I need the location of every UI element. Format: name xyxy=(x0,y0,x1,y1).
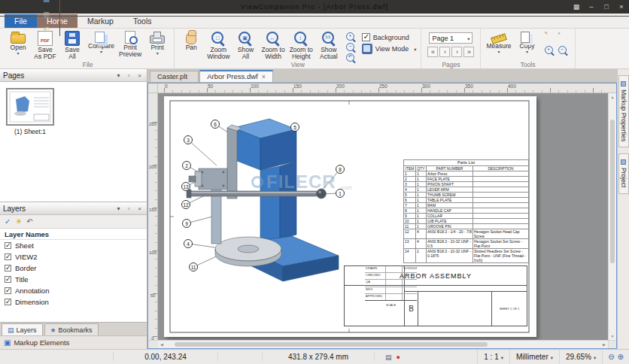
zoom-to-height-button[interactable]: Zoom to Height xyxy=(287,30,315,61)
tab-tools[interactable]: Tools xyxy=(123,14,162,28)
panel-menu-icon[interactable]: ▾ xyxy=(114,72,123,79)
scroll-up-icon[interactable] xyxy=(609,93,616,101)
compare-button[interactable]: Compare ▾ xyxy=(86,30,117,54)
sidebar-tab-label: Layers xyxy=(17,326,37,334)
ruler-label: 0 xyxy=(148,336,157,364)
pan-button[interactable]: Pan xyxy=(178,30,205,51)
zoom-to-width-button[interactable]: Zoom to Width xyxy=(259,30,287,61)
document-status-icon[interactable]: ▤ xyxy=(385,353,392,361)
markup-elements-bar[interactable]: ▣ Markup Elements xyxy=(0,335,147,349)
pin-icon[interactable]: ▫ xyxy=(125,72,133,79)
right-panel-tabs: Markup Properties Project xyxy=(617,69,629,349)
scroll-right-icon[interactable] xyxy=(600,341,608,348)
print-button[interactable]: Print ▾ xyxy=(144,30,171,56)
layers-tab[interactable]: ▤ Layers xyxy=(2,323,43,335)
last-page-button[interactable]: » xyxy=(463,47,474,57)
save-all-button[interactable]: Save All xyxy=(59,30,86,61)
panel-close-icon[interactable]: × xyxy=(135,72,144,79)
parts-list-row: 8 1 HANDLE CAP xyxy=(404,208,529,213)
markup-properties-tab[interactable]: Markup Properties xyxy=(618,75,629,147)
doc-tab-caster[interactable]: Caster.plt xyxy=(150,71,199,82)
open-button[interactable]: Open ▾ xyxy=(5,30,32,56)
layer-checkbox[interactable] xyxy=(5,299,11,305)
next-page-button[interactable]: › xyxy=(451,47,462,57)
layer-checkbox[interactable] xyxy=(5,276,11,283)
layer-name: Title xyxy=(15,275,29,284)
doc-tab-arbor-press[interactable]: Arbor Press.dwf × xyxy=(199,70,273,82)
panel-menu-icon[interactable]: ▾ xyxy=(114,205,123,212)
tools-zoom-out-button[interactable] xyxy=(557,45,569,55)
layer-row[interactable]: Title xyxy=(0,274,147,285)
page-select[interactable]: Page 1 xyxy=(429,32,473,44)
measure-button[interactable]: Measure ▾ xyxy=(484,30,513,54)
page-thumbnail[interactable] xyxy=(6,88,54,126)
zoom-out-button[interactable] xyxy=(345,42,357,52)
vertical-scrollbar[interactable] xyxy=(608,93,616,340)
layer-visibility-icon[interactable]: ☀ xyxy=(15,218,22,226)
parts-list-row: 6 1 TABLE PLATE xyxy=(404,197,529,202)
background-checkbox[interactable]: Background xyxy=(362,33,417,41)
magnifier-plus-icon xyxy=(345,32,356,42)
show-all-button[interactable]: Show All xyxy=(232,30,259,61)
copy-button[interactable]: Copy ▾ xyxy=(514,30,541,54)
zoom-window-button[interactable]: Zoom Window xyxy=(205,30,232,61)
ribbon-group-pages: Page 1 «‹›» Pages xyxy=(421,29,481,68)
layer-checkbox[interactable] xyxy=(5,253,11,260)
save-icon[interactable]: ▤ xyxy=(41,0,52,6)
ribbon-group-view: Pan Zoom Window Show All xyxy=(175,29,421,68)
maximize-button[interactable]: □ xyxy=(599,0,614,14)
scale-select[interactable]: 1 : 1 xyxy=(477,350,509,364)
horizontal-scroll-thumb[interactable] xyxy=(175,342,488,347)
ruler-label: 200 xyxy=(336,83,378,89)
zoom-select[interactable]: 29.65% xyxy=(559,350,602,364)
tools-zoom-in-button[interactable] xyxy=(543,45,555,55)
show-actual-button[interactable]: Show Actual xyxy=(315,30,342,61)
column-header: PART NUMBER xyxy=(427,165,473,171)
ruler-label: 400 xyxy=(507,83,550,89)
pin-icon[interactable]: ▫ xyxy=(125,205,133,212)
scroll-left-icon[interactable] xyxy=(158,341,166,348)
ruler-label: 100 xyxy=(250,83,293,89)
zoom-in-button[interactable] xyxy=(345,32,357,41)
save-as-pdf-button[interactable]: Save As PDF xyxy=(32,30,59,61)
layer-row[interactable]: Dimension xyxy=(0,296,147,308)
minimize-button[interactable]: – xyxy=(584,0,599,14)
layer-checkbox[interactable] xyxy=(5,265,11,271)
drawing-canvas[interactable]: FILECR .com Parts List ITEM xyxy=(158,93,608,340)
parts-list-row: 11 1 GROOVE PIN xyxy=(404,223,529,229)
layer-checkbox[interactable] xyxy=(5,242,11,249)
previous-page-button[interactable]: ‹ xyxy=(439,47,450,57)
print-preview-button[interactable]: Print Preview xyxy=(117,30,144,59)
scroll-down-icon[interactable] xyxy=(609,332,616,340)
project-tab[interactable]: Project xyxy=(618,153,629,193)
check-all-layers-icon[interactable]: ✓ xyxy=(5,218,11,226)
layer-row[interactable]: Annotation xyxy=(0,285,147,296)
units-select[interactable]: Millimeter xyxy=(509,350,559,364)
close-tab-icon[interactable]: × xyxy=(262,73,266,80)
pick-button[interactable] xyxy=(557,32,569,41)
view-mode-select[interactable]: View Mode xyxy=(362,44,417,54)
folder-icon xyxy=(11,34,26,44)
vertical-scroll-thumb[interactable] xyxy=(610,120,615,263)
panel-close-icon[interactable]: × xyxy=(135,205,144,212)
zoom-out-button[interactable]: ⊖ xyxy=(608,353,614,361)
layer-row[interactable]: Border xyxy=(0,262,147,274)
layer-row[interactable]: Sheet xyxy=(0,240,147,251)
show-all-icon xyxy=(238,31,253,46)
ribbon-style-icon[interactable]: ▦ xyxy=(569,0,584,14)
floppy-icon xyxy=(65,31,80,46)
edit-button[interactable] xyxy=(543,32,555,41)
layer-checkbox[interactable] xyxy=(5,287,11,294)
bookmarks-tab[interactable]: ★ Bookmarks xyxy=(44,323,99,335)
first-page-button[interactable]: « xyxy=(427,47,438,57)
reset-layers-icon[interactable]: ↶ xyxy=(26,218,32,226)
close-button[interactable]: × xyxy=(614,0,629,14)
print-icon[interactable]: ▥ xyxy=(41,8,52,21)
layer-row[interactable]: VIEW2 xyxy=(0,251,147,262)
tab-markup[interactable]: Markup xyxy=(77,14,123,28)
zoom-in-button[interactable]: ⊕ xyxy=(618,353,624,361)
page-thumbnail-caption: (1) Sheet:1 xyxy=(6,128,54,135)
app-window: ViewCompanion Pro - [Arbor Press.dwf] ▦▤… xyxy=(0,0,629,364)
horizontal-scrollbar[interactable] xyxy=(158,340,608,348)
markup-status-icon[interactable]: ● xyxy=(397,353,400,361)
